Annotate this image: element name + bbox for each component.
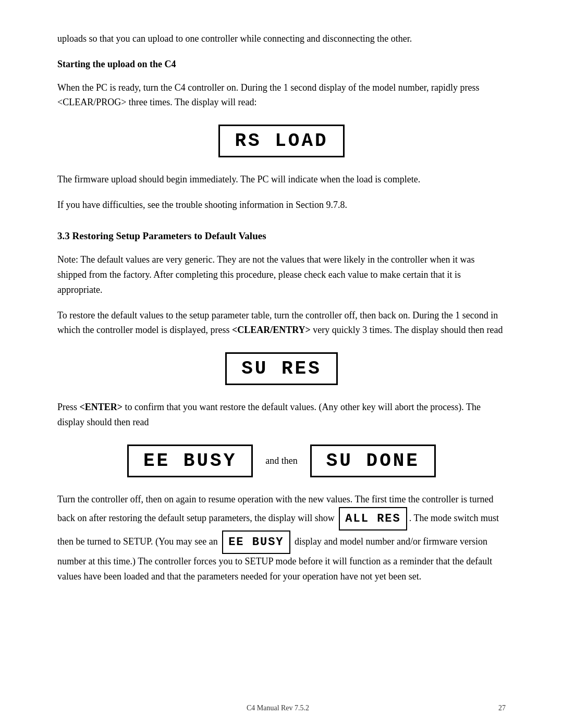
paragraph6: Press <ENTER> to confirm that you want r… (57, 400, 506, 430)
sub-heading-33: 3.3 Restoring Setup Parameters to Defaul… (57, 228, 506, 244)
paragraph5: To restore the default values to the set… (57, 308, 506, 338)
footer-center: C4 Manual Rev 7.5.2 (247, 704, 309, 712)
footer: C4 Manual Rev 7.5.2 27 (57, 704, 506, 712)
section-heading: Starting the upload on the C4 (57, 57, 506, 72)
display-text-su-done: SU DONE (310, 445, 436, 477)
paragraph4: Note: The default values are very generi… (57, 252, 506, 297)
paragraph7: Turn the controller off, then on again t… (57, 492, 506, 584)
display-inline-ee-busy: EE BUSY (222, 530, 290, 554)
page: uploads so that you can upload to one co… (57, 0, 506, 728)
display-rs-load: RS LOAD (57, 125, 506, 157)
paragraph2: The firmware upload should begin immedia… (57, 172, 506, 187)
display-text-ee-busy: EE BUSY (127, 445, 253, 477)
display-su-res: SU RES (57, 352, 506, 385)
paragraph1: When the PC is ready, turn the C4 contro… (57, 80, 506, 110)
display-ee-busy-su-done-row: EE BUSY and then SU DONE (57, 445, 506, 477)
display-text-rs-load: RS LOAD (218, 125, 344, 157)
intro-paragraph: uploads so that you can upload to one co… (57, 31, 506, 46)
and-then-label: and then (265, 455, 297, 466)
footer-page-number: 27 (498, 704, 506, 712)
display-inline-all-res: ALL RES (339, 507, 407, 530)
paragraph3: If you have difficulties, see the troubl… (57, 198, 506, 213)
display-text-su-res: SU RES (225, 352, 338, 385)
